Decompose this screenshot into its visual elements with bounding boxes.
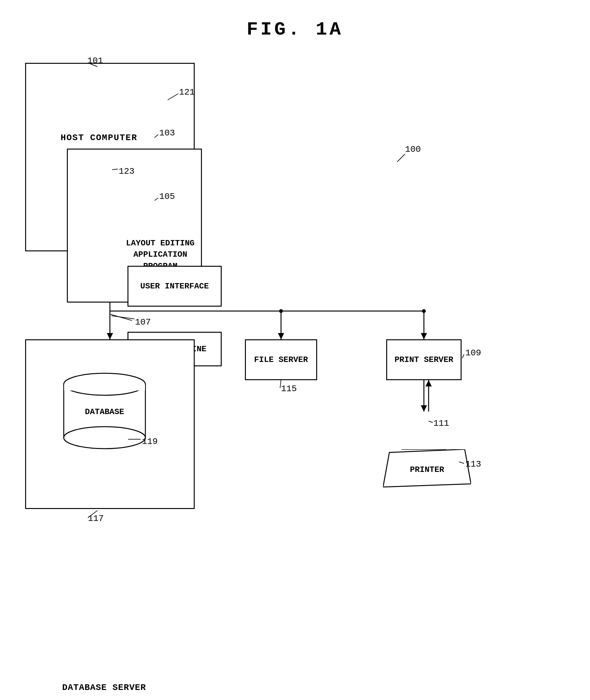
ref-103: 103	[159, 128, 175, 138]
host-computer-box: HOST COMPUTER LAYOUT EDITINGAPPLICATION …	[25, 63, 195, 251]
svg-line-32	[397, 154, 405, 162]
printer-area: PRINTER	[383, 449, 471, 492]
ref-111: 111	[433, 419, 449, 428]
file-server-label: FILE SERVER	[254, 354, 308, 365]
ref-123: 123	[119, 167, 134, 176]
svg-rect-22	[64, 384, 145, 390]
database-cylinder: DATABASE	[61, 372, 149, 453]
ref-101: 101	[87, 56, 103, 66]
printer-shape: PRINTER	[383, 449, 471, 490]
file-server-box: FILE SERVER	[245, 339, 317, 380]
svg-marker-9	[278, 333, 284, 339]
user-interface-box: USER INTERFACE	[127, 266, 222, 307]
ref-105: 105	[159, 192, 175, 201]
svg-marker-11	[421, 333, 427, 339]
diagram-title: FIG. 1A	[247, 19, 343, 40]
svg-line-34	[462, 354, 464, 358]
host-computer-label: HOST COMPUTER	[61, 133, 137, 143]
ref-107: 107	[135, 317, 151, 327]
svg-point-21	[64, 427, 145, 449]
svg-point-13	[422, 309, 426, 313]
svg-marker-17	[425, 380, 432, 386]
ref-121: 121	[179, 87, 195, 97]
database-server-box: DATABASE SERVER DATABASE	[25, 339, 195, 509]
diagram: FIG. 1A	[0, 0, 590, 700]
svg-text:PRINTER: PRINTER	[410, 465, 444, 474]
print-server-label: PRINT SERVER	[394, 354, 453, 365]
svg-marker-5	[107, 333, 113, 339]
svg-text:DATABASE: DATABASE	[85, 407, 124, 417]
ref-115: 115	[281, 384, 297, 394]
svg-line-35	[428, 421, 433, 423]
ref-117: 117	[88, 514, 104, 523]
user-interface-label: USER INTERFACE	[140, 280, 209, 292]
database-server-label: DATABASE SERVER	[62, 683, 146, 692]
ref-113: 113	[465, 459, 481, 469]
ref-119: 119	[142, 437, 158, 446]
svg-point-12	[279, 309, 283, 313]
print-server-box: PRINT SERVER	[386, 339, 462, 380]
ref-109: 109	[465, 348, 481, 358]
svg-line-33	[111, 316, 134, 319]
ref-100: 100	[405, 145, 421, 154]
svg-line-18	[110, 314, 132, 321]
svg-marker-16	[421, 405, 427, 412]
